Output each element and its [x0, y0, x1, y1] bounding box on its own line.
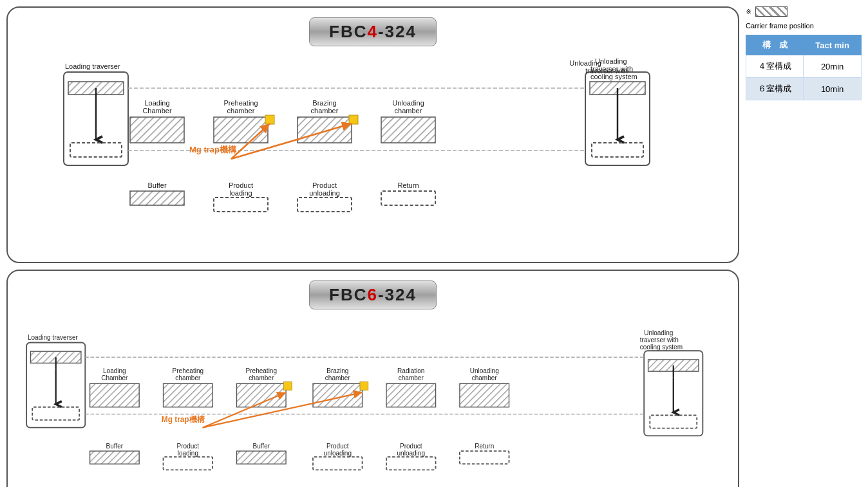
svg-text:Brazing: Brazing	[326, 367, 348, 374]
diagram1-box: FBC4-324 Loading traverser Loading Chamb…	[6, 6, 739, 263]
svg-text:Radiation: Radiation	[397, 367, 424, 374]
model2-suffix: -324	[378, 285, 417, 304]
svg-text:Chamber: Chamber	[142, 107, 172, 115]
svg-rect-93	[460, 451, 509, 464]
model1-badge: FBC4-324	[309, 17, 437, 46]
svg-text:Buffer: Buffer	[253, 443, 270, 450]
svg-text:Buffer: Buffer	[106, 443, 124, 450]
svg-text:Loading traverser: Loading traverser	[65, 62, 120, 70]
svg-rect-32	[297, 198, 352, 212]
svg-rect-10	[130, 117, 184, 143]
svg-text:chamber: chamber	[325, 374, 351, 381]
svg-text:Unloading: Unloading	[644, 329, 673, 336]
model1-name: FBC	[329, 22, 367, 41]
svg-rect-13	[214, 117, 268, 143]
tact-table: 構 成 Tact min ４室構成 20min ６室構成 10min	[746, 35, 862, 100]
svg-rect-34	[381, 191, 435, 205]
svg-text:unloading: unloading	[309, 189, 340, 197]
svg-text:Mg trap機構: Mg trap機構	[162, 415, 205, 424]
svg-rect-83	[164, 457, 213, 470]
svg-rect-91	[386, 457, 436, 470]
carrier-legend: ※	[746, 6, 862, 17]
svg-rect-80	[90, 451, 140, 464]
svg-rect-58	[90, 383, 140, 407]
svg-text:Preheating: Preheating	[246, 367, 277, 374]
svg-text:traverser with: traverser with	[640, 336, 679, 344]
svg-rect-17	[297, 117, 352, 143]
svg-text:Loading: Loading	[103, 367, 126, 374]
diagram2-box: FBC6-324 Loading traverser	[6, 270, 739, 487]
tact-row-0: ４室構成 20min	[746, 55, 862, 78]
svg-rect-18	[349, 115, 358, 124]
diagram2-title: FBC6-324	[21, 280, 725, 309]
svg-text:chamber: chamber	[175, 374, 201, 381]
svg-text:Unloading: Unloading	[470, 367, 499, 374]
svg-text:unloading: unloading	[324, 450, 352, 457]
svg-rect-69	[360, 382, 368, 391]
svg-text:cooling system: cooling system	[590, 73, 637, 80]
svg-text:Mg trap機構: Mg trap機構	[189, 145, 237, 154]
svg-rect-88	[313, 457, 363, 470]
svg-text:Buffer: Buffer	[147, 181, 166, 189]
tact-value-1: 10min	[804, 78, 862, 100]
carrier-label: Carrier frame position	[746, 22, 862, 30]
svg-text:Unloading: Unloading	[595, 57, 627, 65]
svg-text:Brazing: Brazing	[312, 99, 336, 107]
svg-text:traverser with: traverser with	[590, 65, 633, 73]
main-content: FBC4-324 Loading traverser Loading Chamb…	[6, 6, 739, 487]
svg-text:chamber: chamber	[227, 107, 255, 115]
svg-rect-14	[265, 115, 274, 124]
svg-rect-29	[214, 198, 268, 212]
svg-text:chamber: chamber	[399, 374, 424, 381]
svg-text:Unloading: Unloading	[392, 99, 424, 107]
svg-text:Return: Return	[475, 443, 494, 450]
svg-rect-21	[381, 117, 435, 143]
model1-number: 4	[367, 22, 377, 41]
model2-name: FBC	[329, 285, 367, 304]
svg-text:cooling system: cooling system	[640, 344, 683, 351]
svg-text:Loading: Loading	[144, 99, 169, 107]
svg-text:chamber: chamber	[249, 374, 274, 381]
svg-text:chamber: chamber	[472, 374, 498, 381]
svg-text:Product: Product	[312, 181, 337, 189]
tact-config-1: ６室構成	[746, 78, 804, 100]
svg-text:Preheating: Preheating	[173, 367, 203, 374]
model2-number: 6	[367, 285, 377, 304]
svg-text:loading: loading	[178, 450, 198, 457]
svg-text:Preheating: Preheating	[223, 99, 258, 107]
tact-col1-header: 構 成	[746, 35, 804, 55]
info-panel: ※ Carrier frame position 構 成 Tact min ４室…	[746, 6, 862, 487]
tact-col2-header: Tact min	[804, 35, 862, 55]
svg-text:chamber: chamber	[395, 107, 422, 115]
svg-text:unloading: unloading	[397, 450, 425, 457]
svg-text:Product: Product	[326, 443, 349, 450]
svg-text:chamber: chamber	[311, 107, 339, 115]
svg-text:Loading traverser: Loading traverser	[28, 334, 79, 341]
svg-rect-68	[313, 383, 363, 407]
svg-rect-85	[236, 451, 286, 464]
tact-config-0: ４室構成	[746, 55, 804, 78]
svg-rect-75	[460, 383, 509, 407]
model1-suffix: -324	[378, 22, 417, 41]
diagram2-svg: Loading traverser Loading Chamber Prehea…	[21, 316, 725, 487]
carrier-swatch	[755, 6, 788, 17]
tact-row-1: ６室構成 10min	[746, 78, 862, 100]
asterisk-text: ※	[746, 8, 751, 16]
svg-text:loading: loading	[229, 189, 252, 197]
svg-text:Chamber: Chamber	[101, 374, 128, 381]
svg-text:Product: Product	[177, 443, 200, 450]
svg-text:Product: Product	[229, 181, 253, 189]
svg-rect-65	[283, 382, 292, 391]
svg-rect-72	[386, 383, 436, 407]
tact-value-0: 20min	[804, 55, 862, 78]
svg-rect-61	[164, 383, 213, 407]
diagram1-title: FBC4-324	[21, 17, 725, 46]
svg-text:Return: Return	[397, 181, 419, 189]
svg-rect-26	[130, 191, 184, 205]
svg-text:Product: Product	[400, 443, 422, 450]
model2-badge: FBC6-324	[309, 280, 437, 309]
diagram1-svg: Loading traverser Loading Chamber Prehea…	[21, 53, 725, 252]
